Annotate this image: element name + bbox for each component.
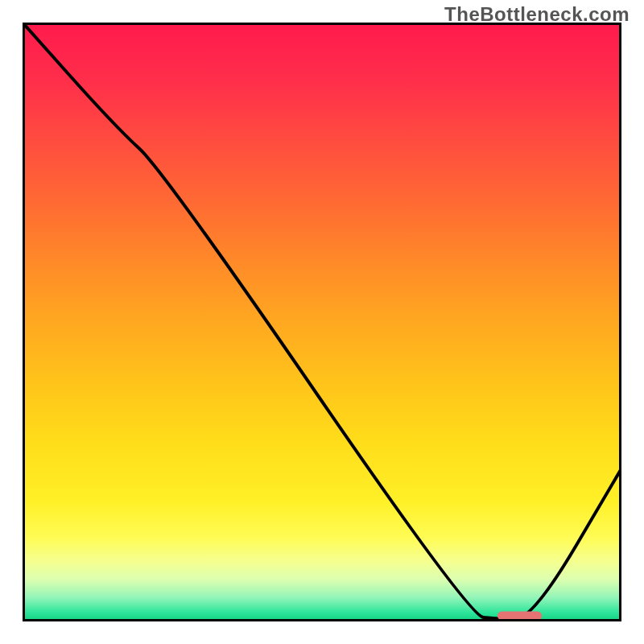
optimal-marker: [497, 612, 542, 621]
gradient-background: [23, 23, 621, 621]
bottleneck-chart: [23, 23, 621, 621]
chart-container: TheBottleneck.com: [0, 0, 644, 644]
plot-area: [23, 23, 621, 621]
